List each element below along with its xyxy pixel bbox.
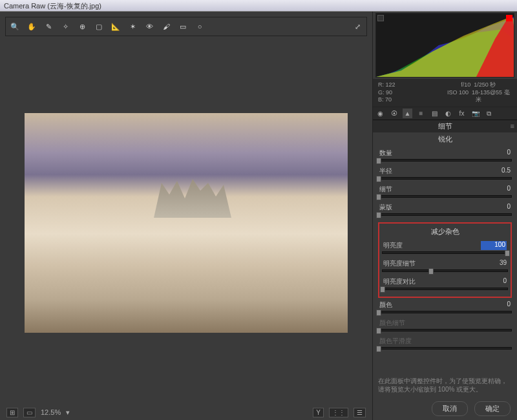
- graduated-filter-icon[interactable]: ▭: [178, 21, 188, 32]
- exif-readout: f/10 1/250 秒 ISO 100 18-135@55 毫米: [445, 81, 512, 104]
- slider-label: 数量: [379, 149, 392, 158]
- slider-track[interactable]: [378, 347, 512, 350]
- info-readout: R: 122 G: 90 B: 70 f/10 1/250 秒 ISO 100 …: [373, 79, 517, 107]
- tab-fx-icon[interactable]: fx: [457, 109, 467, 118]
- help-text: 在此面板中调整控件时，为了使预览更精确，请将预览大小缩放到 100% 或更大。: [373, 373, 517, 397]
- status-y-icon[interactable]: Y: [313, 408, 324, 417]
- slider-thumb[interactable]: [376, 328, 381, 334]
- toolbar-extra-icon[interactable]: ⤢: [352, 21, 363, 32]
- cancel-button[interactable]: 取消: [432, 401, 468, 416]
- status-menu-icon[interactable]: ☰: [353, 408, 366, 417]
- slider-label: 明亮度对比: [383, 277, 416, 286]
- exif-iso: ISO 100: [447, 89, 469, 96]
- slider-value[interactable]: 0: [485, 300, 511, 310]
- panel-menu-icon[interactable]: ≡: [511, 122, 514, 130]
- tab-curve-icon[interactable]: ⦿: [389, 109, 399, 118]
- compare-toggle-icon[interactable]: ▭: [23, 408, 36, 417]
- slider-label: 细节: [379, 185, 392, 194]
- slider-thumb[interactable]: [376, 310, 381, 316]
- shadow-clip-icon[interactable]: [377, 15, 384, 21]
- slider-track[interactable]: [378, 159, 512, 162]
- sharpen-slider-0: 数量0: [378, 149, 512, 162]
- slider-track[interactable]: [378, 195, 512, 198]
- tab-lens-icon[interactable]: ◐: [443, 109, 453, 118]
- slider-track[interactable]: [378, 329, 512, 331]
- slider-value[interactable]: 39: [481, 259, 507, 268]
- slider-track[interactable]: [382, 269, 508, 272]
- left-panel: 🔍 ✋ ✎ ✧ ⊕ ▢ 📐 ✶ 👁 🖌 ▭ ○ ⤢ ⊞ ▭ 12.5% ▾ Y …: [0, 12, 372, 420]
- slider-track[interactable]: [382, 288, 508, 290]
- slider-value[interactable]: 0.5: [485, 167, 511, 176]
- highlight-clip-icon[interactable]: [506, 15, 512, 21]
- zoom-dropdown-icon[interactable]: ▾: [66, 408, 70, 417]
- ok-button[interactable]: 确定: [474, 401, 511, 416]
- slider-thumb[interactable]: [376, 194, 381, 200]
- slider-thumb[interactable]: [376, 212, 381, 218]
- slider-thumb[interactable]: [505, 250, 510, 257]
- radial-filter-icon[interactable]: ○: [195, 21, 205, 32]
- noise-slider-0: 明亮度100: [382, 241, 508, 254]
- exif-lens: 18-135@55 毫米: [472, 89, 510, 103]
- tab-basic-icon[interactable]: ◉: [375, 109, 385, 118]
- image-preview[interactable]: [25, 113, 348, 333]
- panel-header: 细节 ≡: [373, 120, 517, 132]
- eyedropper-icon[interactable]: ✎: [43, 21, 54, 32]
- status-dots-icon[interactable]: ⋮⋮: [329, 408, 348, 417]
- slider-track[interactable]: [378, 213, 512, 216]
- hand-tool-icon[interactable]: ✋: [26, 21, 37, 32]
- slider-label: 颜色: [379, 300, 392, 310]
- crop-icon[interactable]: ▢: [94, 21, 104, 32]
- grid-toggle-icon[interactable]: ⊞: [6, 408, 18, 417]
- noise-slider-2: 明亮度对比0: [382, 277, 508, 290]
- rgb-r: R: 122: [378, 81, 445, 89]
- slider-value[interactable]: [485, 319, 511, 328]
- panel-title: 细节: [438, 122, 452, 130]
- slider-value[interactable]: 0: [485, 149, 511, 158]
- zoom-tool-icon[interactable]: 🔍: [10, 21, 20, 32]
- histogram[interactable]: [375, 13, 514, 78]
- tab-split-icon[interactable]: ▤: [430, 109, 439, 118]
- targeted-adjust-icon[interactable]: ⊕: [77, 21, 87, 32]
- spot-removal-icon[interactable]: ✶: [127, 21, 138, 32]
- tab-detail-icon[interactable]: ▲: [403, 109, 412, 118]
- slider-label: 明亮度: [383, 241, 403, 250]
- slider-track[interactable]: [378, 311, 512, 313]
- panel-tabs: ◉ ⦿ ▲ ≡ ▤ ◐ fx 📷 ⧉: [373, 107, 517, 120]
- adjustment-brush-icon[interactable]: 🖌: [161, 21, 171, 32]
- color-sampler-icon[interactable]: ✧: [60, 21, 70, 32]
- slider-track[interactable]: [378, 177, 512, 180]
- sharpen-slider-2: 细节0: [378, 185, 512, 198]
- slider-value[interactable]: 100: [481, 241, 507, 250]
- slider-value[interactable]: 0: [485, 203, 511, 212]
- redeye-icon[interactable]: 👁: [144, 21, 154, 32]
- slider-label: 颜色平滑度: [379, 337, 412, 346]
- slider-value[interactable]: 0: [485, 185, 511, 194]
- tab-hsl-icon[interactable]: ≡: [416, 109, 426, 118]
- slider-thumb[interactable]: [376, 346, 381, 352]
- slider-value[interactable]: [485, 337, 511, 346]
- tab-camera-icon[interactable]: 📷: [470, 109, 480, 118]
- slider-thumb[interactable]: [428, 268, 434, 275]
- slider-track[interactable]: [382, 251, 508, 254]
- toolbar: 🔍 ✋ ✎ ✧ ⊕ ▢ 📐 ✶ 👁 🖌 ▭ ○ ⤢: [5, 17, 367, 36]
- preview-area: [0, 41, 372, 404]
- noise-extra-slider-2: 颜色平滑度: [378, 337, 512, 350]
- slider-thumb[interactable]: [380, 286, 385, 293]
- sharpen-title: 锐化: [378, 132, 512, 146]
- slider-label: 颜色细节: [379, 319, 405, 328]
- noise-extra-slider-0: 颜色0: [378, 300, 512, 313]
- slider-thumb[interactable]: [376, 158, 381, 164]
- slider-thumb[interactable]: [376, 176, 381, 182]
- straighten-icon[interactable]: 📐: [111, 21, 121, 32]
- noise-slider-1: 明亮度细节39: [382, 259, 508, 272]
- rgb-readout: R: 122 G: 90 B: 70: [378, 81, 445, 104]
- sharpen-slider-3: 蒙版0: [378, 203, 512, 216]
- main-container: 🔍 ✋ ✎ ✧ ⊕ ▢ 📐 ✶ 👁 🖌 ▭ ○ ⤢ ⊞ ▭ 12.5% ▾ Y …: [0, 12, 517, 420]
- tab-presets-icon[interactable]: ⧉: [484, 109, 494, 118]
- zoom-level[interactable]: 12.5%: [41, 408, 61, 416]
- sharpen-slider-1: 半径0.5: [378, 167, 512, 180]
- exif-shutter: 1/250 秒: [474, 81, 496, 88]
- window-titlebar: Camera Raw (云海-恢复的.jpg): [0, 0, 517, 12]
- slider-value[interactable]: 0: [481, 277, 507, 286]
- noise-extra-slider-1: 颜色细节: [378, 319, 512, 331]
